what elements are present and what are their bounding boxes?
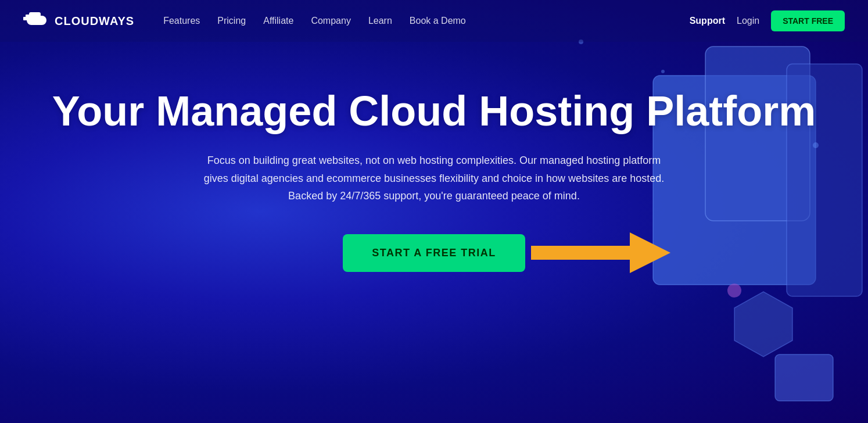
nav-login[interactable]: Login [737,16,759,26]
logo-text: CLOUDWAYS [55,15,134,28]
svg-point-5 [727,284,741,297]
cta-container: START A FREE TRIAL [343,234,525,272]
nav-link-learn[interactable]: Learn [368,16,392,26]
svg-marker-3 [734,292,792,357]
svg-rect-10 [27,16,46,25]
nav-link-features[interactable]: Features [163,16,200,26]
hero-section: CLOUDWAYS Features Pricing Affiliate Com… [0,0,868,423]
nav-link-pricing[interactable]: Pricing [217,16,246,26]
nav-link-affiliate[interactable]: Affiliate [263,16,293,26]
nav-start-free-button[interactable]: START FREE [771,10,845,31]
navbar: CLOUDWAYS Features Pricing Affiliate Com… [0,0,868,42]
nav-support[interactable]: Support [690,16,725,26]
hero-title: Your Managed Cloud Hosting Platform [46,88,822,134]
nav-link-company[interactable]: Company [311,16,350,26]
start-free-trial-button[interactable]: START A FREE TRIAL [343,234,525,272]
nav-links: Features Pricing Affiliate Company Learn… [163,16,689,26]
logo-area[interactable]: CLOUDWAYS [23,12,134,30]
logo-icon [23,12,49,30]
hero-content: Your Managed Cloud Hosting Platform Focu… [0,42,868,272]
nav-right: Support Login START FREE [690,10,845,31]
nav-link-book-demo[interactable]: Book a Demo [410,16,466,26]
cta-arrow [531,230,670,276]
hero-subtitle: Focus on building great websites, not on… [196,152,672,205]
svg-marker-11 [531,232,670,273]
svg-rect-4 [775,354,833,401]
